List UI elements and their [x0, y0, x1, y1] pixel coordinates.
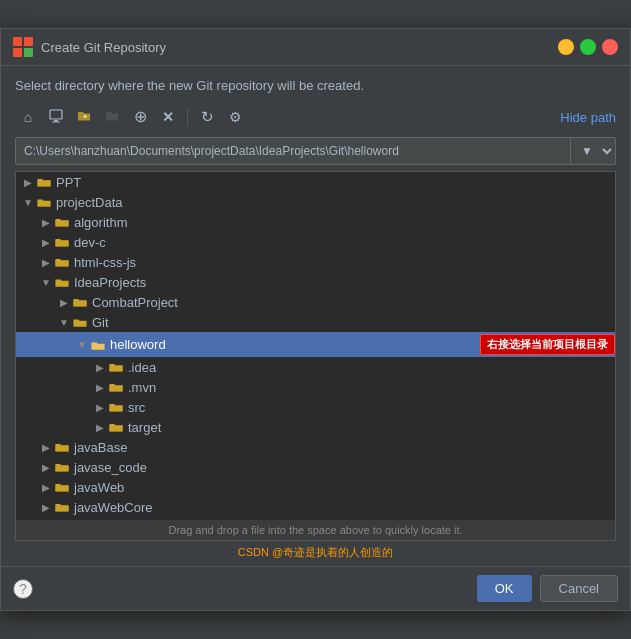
folder-icon [36, 174, 52, 190]
chevron-icon [92, 419, 108, 435]
chevron-icon [20, 174, 36, 190]
cancel-button[interactable]: Cancel [540, 575, 618, 602]
tree-item-html-css-js[interactable]: html-css-js [16, 252, 615, 272]
folder-button[interactable] [99, 105, 125, 129]
svg-rect-1 [24, 37, 33, 46]
tree-item-javawebcore[interactable]: javaWebCore [16, 497, 615, 517]
add-button[interactable]: ⊕ [127, 105, 153, 129]
tree-item-git[interactable]: Git [16, 312, 615, 332]
home-button[interactable]: ⌂ [15, 105, 41, 129]
tree-item-label: javaWebCore [74, 500, 615, 515]
tree-item-helloword[interactable]: helloword 右接选择当前项目根目录 [16, 332, 615, 357]
tree-item-label: PPT [56, 175, 615, 190]
dialog-subtitle: Select directory where the new Git repos… [15, 78, 616, 93]
desktop-icon [49, 109, 63, 126]
chevron-icon [38, 479, 54, 495]
tree-item-algorithm[interactable]: algorithm [16, 212, 615, 232]
chevron-icon [56, 294, 72, 310]
folder-icon [54, 459, 70, 475]
folder-icon [72, 314, 88, 330]
chevron-icon [38, 214, 54, 230]
refresh-button[interactable]: ↻ [194, 105, 220, 129]
window-controls [558, 39, 618, 55]
folder-icon [105, 109, 119, 126]
settings-icon: ⚙ [229, 109, 242, 125]
ok-button[interactable]: OK [477, 575, 532, 602]
tree-item-label: helloword [110, 337, 472, 352]
minimize-button[interactable] [558, 39, 574, 55]
tree-item-javaweb[interactable]: javaWeb [16, 477, 615, 497]
folder-icon [90, 337, 106, 353]
tree-item-label: .idea [128, 360, 615, 375]
chevron-icon [38, 499, 54, 515]
delete-icon: ✕ [162, 109, 174, 125]
help-button[interactable]: ? [13, 579, 33, 599]
tree-item-ppt[interactable]: PPT [16, 172, 615, 192]
tree-item-label: IdeaProjects [74, 275, 615, 290]
folder-icon [108, 399, 124, 415]
footer-buttons: OK Cancel [477, 575, 618, 602]
close-button[interactable] [602, 39, 618, 55]
tree-item-label: dev-c [74, 235, 615, 250]
footer-bar: ? OK Cancel [1, 566, 630, 610]
folder-icon [108, 379, 124, 395]
tree-item-label: target [128, 420, 615, 435]
tree-item-src[interactable]: src [16, 397, 615, 417]
new-folder-icon: + [77, 109, 91, 126]
tree-item-label: src [128, 400, 615, 415]
path-dropdown[interactable]: ▼ [570, 138, 615, 164]
svg-rect-6 [52, 121, 60, 122]
folder-icon [54, 214, 70, 230]
chevron-icon [38, 234, 54, 250]
home-icon: ⌂ [24, 109, 32, 125]
tree-item-mvn[interactable]: .mvn [16, 377, 615, 397]
chevron-icon [38, 274, 54, 290]
tree-item-combatproject[interactable]: CombatProject [16, 292, 615, 312]
hide-path-link[interactable]: Hide path [560, 110, 616, 125]
path-input[interactable] [16, 140, 570, 162]
new-folder-button[interactable]: + [71, 105, 97, 129]
folder-icon [72, 294, 88, 310]
file-toolbar: ⌂ + [15, 105, 616, 129]
tree-item-idea[interactable]: .idea [16, 357, 615, 377]
tree-item-javabase[interactable]: javaBase [16, 437, 615, 457]
drag-hint: Drag and drop a file into the space abov… [16, 520, 615, 540]
folder-icon [108, 419, 124, 435]
dialog-title: Create Git Repository [41, 40, 166, 55]
file-tree[interactable]: PPT projectData algorithm dev [15, 171, 616, 541]
folder-icon [54, 439, 70, 455]
settings-button[interactable]: ⚙ [222, 105, 248, 129]
tree-item-label: .mvn [128, 380, 615, 395]
folder-icon [36, 194, 52, 210]
git-icon [13, 37, 33, 57]
chevron-icon [92, 359, 108, 375]
chevron-icon [74, 337, 90, 353]
path-bar: ▼ [15, 137, 616, 165]
svg-rect-4 [50, 110, 62, 119]
refresh-icon: ↻ [201, 108, 214, 126]
svg-rect-3 [24, 48, 33, 57]
tree-item-target[interactable]: target [16, 417, 615, 437]
tree-item-label: html-css-js [74, 255, 615, 270]
folder-icon [108, 359, 124, 375]
tree-item-label: CombatProject [92, 295, 615, 310]
folder-icon [54, 499, 70, 515]
tree-item-label: Git [92, 315, 615, 330]
tree-item-dev-c[interactable]: dev-c [16, 232, 615, 252]
chevron-icon [38, 459, 54, 475]
title-bar: Create Git Repository [1, 29, 630, 66]
maximize-button[interactable] [580, 39, 596, 55]
create-git-dialog: Create Git Repository Select directory w… [0, 28, 631, 611]
desktop-button[interactable] [43, 105, 69, 129]
folder-icon [54, 479, 70, 495]
annotation-badge: 右接选择当前项目根目录 [480, 334, 615, 355]
tree-item-projectdata[interactable]: projectData [16, 192, 615, 212]
folder-icon [54, 234, 70, 250]
tree-item-label: algorithm [74, 215, 615, 230]
chevron-icon [92, 399, 108, 415]
tree-item-label: javaWeb [74, 480, 615, 495]
tree-item-javase_code[interactable]: javase_code [16, 457, 615, 477]
chevron-icon [20, 194, 36, 210]
delete-button[interactable]: ✕ [155, 105, 181, 129]
tree-item-ideaprojects[interactable]: IdeaProjects [16, 272, 615, 292]
